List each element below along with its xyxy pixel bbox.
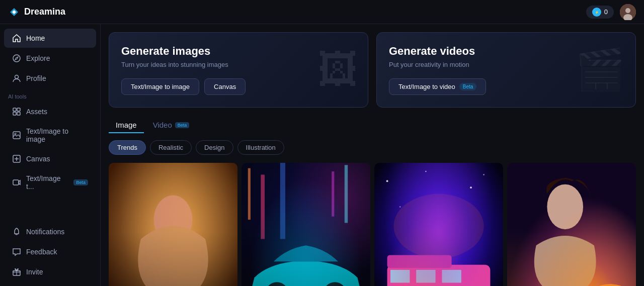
svg-rect-7 [13, 108, 16, 111]
grid-item-2[interactable] [242, 163, 370, 286]
tab-image-label: Image [116, 121, 137, 129]
text-image-btn[interactable]: Text/Image to image [121, 78, 199, 95]
filter-illustration-label: Illustration [246, 144, 276, 151]
svg-point-17 [154, 195, 193, 244]
svg-rect-23 [280, 163, 285, 239]
svg-rect-40 [442, 270, 461, 283]
svg-rect-8 [17, 108, 20, 111]
filter-illustration[interactable]: Illustration [237, 140, 284, 155]
sidebar-item-canvas[interactable]: Canvas [4, 149, 96, 168]
svg-point-32 [470, 186, 472, 188]
sidebar-label-notifications: Notifications [26, 228, 64, 236]
filter-design[interactable]: Design [196, 140, 233, 155]
message-icon [12, 247, 21, 256]
image-grid: universesoul ♡ 0 ✦ 36.7K [109, 163, 636, 286]
svg-rect-20 [261, 174, 265, 239]
coin-badge[interactable]: ⚡ 0 [586, 6, 614, 19]
grid-image-4 [507, 163, 636, 286]
tab-image[interactable]: Image [109, 118, 144, 133]
sidebar-item-explore[interactable]: Explore [4, 49, 96, 68]
svg-point-47 [585, 284, 636, 286]
filter-trends[interactable]: Trends [109, 140, 146, 155]
filter-trends-label: Trends [117, 144, 137, 151]
filter-row: Trends Realistic Design Illustration [109, 140, 636, 155]
sidebar-label-explore: Explore [26, 54, 50, 62]
sidebar-item-profile[interactable]: Profile [4, 69, 96, 88]
sidebar-item-invite[interactable]: Invite [4, 262, 96, 281]
svg-rect-19 [248, 168, 251, 220]
svg-rect-29 [374, 163, 503, 286]
sidebar-label-text-video: Text/Image t... [26, 174, 68, 190]
sidebar-item-home[interactable]: Home [4, 29, 96, 48]
svg-point-30 [386, 180, 388, 182]
text-video-btn-label: Text/Image to video [398, 83, 455, 90]
svg-rect-16 [109, 163, 237, 286]
filter-design-label: Design [204, 144, 224, 151]
sidebar-label-profile: Profile [26, 74, 46, 82]
logo-text: Dreamina [24, 7, 65, 17]
logo[interactable]: Dreamina [8, 6, 65, 18]
video-beta-badge: Beta [459, 83, 477, 90]
svg-rect-14 [13, 180, 19, 185]
video-icon [12, 178, 21, 187]
svg-rect-22 [332, 171, 334, 217]
canvas-btn[interactable]: Canvas [204, 78, 246, 95]
beta-badge-video: Beta [73, 179, 88, 185]
tab-video[interactable]: Video Beta [146, 118, 197, 133]
main-content: 🖼 Generate images Turn your ideas into s… [101, 24, 644, 286]
filter-realistic[interactable]: Realistic [150, 140, 192, 155]
svg-rect-36 [387, 265, 491, 286]
hero-bg-video-icon: 🎬 [575, 46, 625, 93]
hero-card-videos: 🎬 Generate videos Put your creativity in… [376, 32, 636, 108]
sidebar-label-canvas: Canvas [26, 155, 50, 163]
grid-image-1 [109, 163, 237, 286]
sidebar-item-assets[interactable]: Assets [4, 102, 96, 121]
image-icon [12, 131, 21, 140]
app-header: Dreamina ⚡ 0 [0, 0, 644, 24]
svg-point-31 [425, 171, 427, 172]
avatar[interactable] [620, 4, 636, 20]
main-layout: Home Explore Profile AI tools As [0, 24, 644, 286]
svg-rect-37 [387, 255, 452, 268]
svg-text:⚡: ⚡ [594, 10, 599, 15]
sidebar-item-text-video[interactable]: Text/Image t... Beta [4, 169, 96, 196]
user-icon [12, 74, 21, 83]
svg-rect-39 [416, 270, 435, 283]
logo-icon [8, 6, 20, 18]
sidebar-label-feedback: Feedback [26, 248, 57, 256]
bell-icon [12, 227, 21, 236]
coin-count: 0 [604, 8, 608, 16]
svg-rect-10 [17, 112, 20, 115]
sidebar-label-assets: Assets [26, 108, 47, 116]
woman-sunset-svg [109, 163, 237, 286]
svg-point-12 [15, 133, 16, 135]
svg-point-33 [483, 174, 485, 175]
grid-image-2 [242, 163, 370, 286]
train-space-svg [374, 163, 503, 286]
text-video-btn[interactable]: Text/Image to video Beta [389, 78, 486, 95]
sidebar-item-notifications[interactable]: Notifications [4, 222, 96, 241]
ai-tools-label: AI tools [0, 88, 100, 102]
hero-row: 🖼 Generate images Turn your ideas into s… [109, 32, 636, 108]
sidebar-item-feedback[interactable]: Feedback [4, 242, 96, 261]
sidebar-label-home: Home [26, 34, 45, 42]
hero-bg-image-icon: 🖼 [317, 47, 358, 93]
compass-icon [12, 54, 21, 63]
svg-point-35 [393, 194, 484, 258]
car-city-svg [242, 163, 370, 286]
woman-evening-svg [507, 163, 636, 286]
header-right: ⚡ 0 [586, 4, 636, 20]
svg-rect-18 [242, 163, 370, 286]
hero-card-images: 🖼 Generate images Turn your ideas into s… [109, 32, 368, 108]
canvas-icon [12, 154, 21, 163]
coin-icon: ⚡ [592, 8, 601, 17]
svg-rect-38 [390, 270, 410, 283]
grid-item-4[interactable]: universesoul ♡ 0 ✦ 36.7K [507, 163, 636, 286]
grid-item-3[interactable] [374, 163, 503, 286]
home-icon [12, 34, 21, 43]
gift-icon [12, 267, 21, 276]
svg-point-34 [399, 206, 401, 208]
svg-point-27 [324, 282, 347, 286]
grid-item-1[interactable] [109, 163, 237, 286]
sidebar-item-text-image[interactable]: Text/Image to image [4, 122, 96, 148]
